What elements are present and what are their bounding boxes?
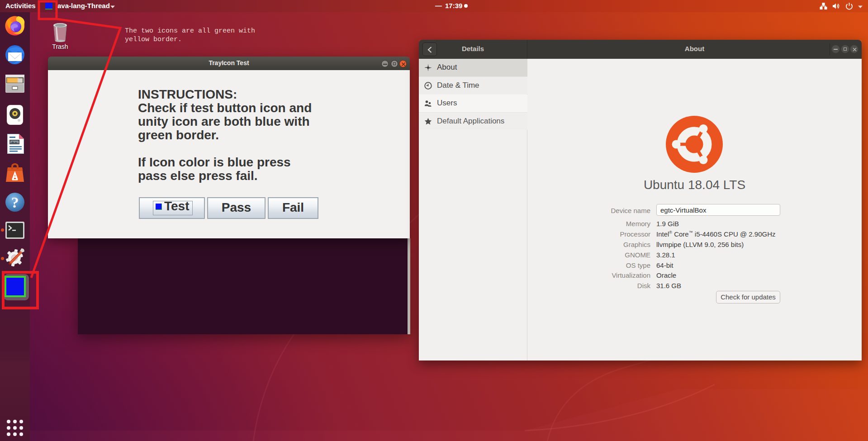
svg-text:?: ? (11, 194, 19, 211)
